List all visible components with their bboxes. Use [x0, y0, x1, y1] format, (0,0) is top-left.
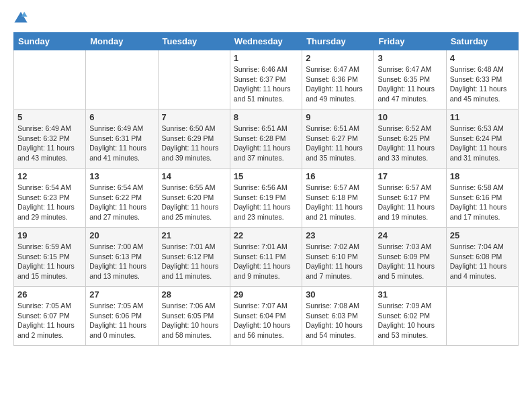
day-info: Sunrise: 7:01 AMSunset: 6:11 PMDaylight:… — [234, 242, 298, 281]
day-number: 3 — [378, 53, 442, 63]
day-info: Sunrise: 6:48 AMSunset: 6:33 PMDaylight:… — [450, 64, 515, 104]
calendar-cell: 8Sunrise: 6:51 AMSunset: 6:28 PMDaylight… — [230, 109, 302, 169]
day-number: 15 — [234, 171, 298, 181]
calendar-cell: 11Sunrise: 6:53 AMSunset: 6:24 PMDayligh… — [446, 109, 518, 169]
day-number: 5 — [17, 112, 82, 122]
week-row-4: 19Sunrise: 6:59 AMSunset: 6:15 PMDayligh… — [14, 228, 519, 287]
day-info: Sunrise: 6:49 AMSunset: 6:31 PMDaylight:… — [89, 124, 154, 163]
day-number: 13 — [89, 171, 154, 181]
day-number: 22 — [234, 230, 298, 240]
day-number: 6 — [89, 112, 154, 122]
day-number: 1 — [234, 53, 298, 63]
day-info: Sunrise: 6:47 AMSunset: 6:35 PMDaylight:… — [378, 64, 442, 104]
calendar-cell: 27Sunrise: 7:05 AMSunset: 6:06 PMDayligh… — [86, 287, 158, 346]
day-number: 30 — [306, 289, 370, 300]
day-number: 14 — [162, 171, 226, 181]
day-info: Sunrise: 6:51 AMSunset: 6:28 PMDaylight:… — [234, 124, 298, 163]
calendar-cell: 3Sunrise: 6:47 AMSunset: 6:35 PMDaylight… — [374, 50, 446, 109]
day-info: Sunrise: 6:46 AMSunset: 6:37 PMDaylight:… — [234, 64, 298, 104]
day-info: Sunrise: 6:49 AMSunset: 6:32 PMDaylight:… — [17, 124, 82, 163]
calendar-cell: 31Sunrise: 7:09 AMSunset: 6:02 PMDayligh… — [374, 287, 446, 346]
day-number: 28 — [162, 289, 226, 300]
day-info: Sunrise: 7:00 AMSunset: 6:13 PMDaylight:… — [89, 242, 154, 281]
day-number: 20 — [89, 230, 154, 240]
weekday-wednesday: Wednesday — [230, 33, 302, 50]
day-number: 12 — [17, 171, 82, 181]
calendar-cell — [14, 50, 86, 109]
calendar-cell — [158, 50, 230, 109]
week-row-2: 5Sunrise: 6:49 AMSunset: 6:32 PMDaylight… — [14, 109, 519, 169]
calendar-cell: 13Sunrise: 6:54 AMSunset: 6:22 PMDayligh… — [86, 169, 158, 228]
day-number: 29 — [234, 289, 298, 300]
day-number: 26 — [17, 289, 82, 300]
day-number: 21 — [162, 230, 226, 240]
calendar: SundayMondayTuesdayWednesdayThursdayFrid… — [13, 32, 519, 346]
calendar-cell: 20Sunrise: 7:00 AMSunset: 6:13 PMDayligh… — [86, 228, 158, 287]
calendar-cell: 2Sunrise: 6:47 AMSunset: 6:36 PMDaylight… — [302, 50, 374, 109]
day-info: Sunrise: 6:47 AMSunset: 6:36 PMDaylight:… — [306, 64, 370, 104]
day-info: Sunrise: 6:58 AMSunset: 6:16 PMDaylight:… — [450, 183, 515, 222]
calendar-cell: 30Sunrise: 7:08 AMSunset: 6:03 PMDayligh… — [302, 287, 374, 346]
weekday-header: SundayMondayTuesdayWednesdayThursdayFrid… — [14, 33, 519, 50]
calendar-cell: 14Sunrise: 6:55 AMSunset: 6:20 PMDayligh… — [158, 169, 230, 228]
day-info: Sunrise: 7:09 AMSunset: 6:02 PMDaylight:… — [378, 301, 442, 340]
day-number: 8 — [234, 112, 298, 122]
day-info: Sunrise: 7:04 AMSunset: 6:08 PMDaylight:… — [450, 242, 515, 281]
calendar-cell: 15Sunrise: 6:56 AMSunset: 6:19 PMDayligh… — [230, 169, 302, 228]
week-row-3: 12Sunrise: 6:54 AMSunset: 6:23 PMDayligh… — [14, 169, 519, 228]
day-number: 7 — [162, 112, 226, 122]
logo — [13, 11, 31, 26]
day-info: Sunrise: 6:54 AMSunset: 6:23 PMDaylight:… — [17, 183, 82, 222]
day-info: Sunrise: 7:08 AMSunset: 6:03 PMDaylight:… — [306, 301, 370, 340]
calendar-cell: 21Sunrise: 7:01 AMSunset: 6:12 PMDayligh… — [158, 228, 230, 287]
weekday-sunday: Sunday — [14, 33, 86, 50]
logo-icon — [13, 11, 28, 26]
weekday-tuesday: Tuesday — [158, 33, 230, 50]
day-info: Sunrise: 7:01 AMSunset: 6:12 PMDaylight:… — [162, 242, 226, 281]
day-number: 2 — [306, 53, 370, 63]
calendar-cell: 28Sunrise: 7:06 AMSunset: 6:05 PMDayligh… — [158, 287, 230, 346]
day-number: 4 — [450, 53, 515, 63]
header — [13, 11, 519, 26]
day-info: Sunrise: 7:02 AMSunset: 6:10 PMDaylight:… — [306, 242, 370, 281]
day-info: Sunrise: 6:57 AMSunset: 6:17 PMDaylight:… — [378, 183, 442, 222]
day-info: Sunrise: 7:05 AMSunset: 6:07 PMDaylight:… — [17, 301, 82, 340]
calendar-cell: 22Sunrise: 7:01 AMSunset: 6:11 PMDayligh… — [230, 228, 302, 287]
day-info: Sunrise: 6:59 AMSunset: 6:15 PMDaylight:… — [17, 242, 82, 281]
day-info: Sunrise: 7:07 AMSunset: 6:04 PMDaylight:… — [234, 301, 298, 340]
day-number: 31 — [378, 289, 442, 300]
calendar-cell: 16Sunrise: 6:57 AMSunset: 6:18 PMDayligh… — [302, 169, 374, 228]
day-info: Sunrise: 7:05 AMSunset: 6:06 PMDaylight:… — [89, 301, 154, 340]
weekday-saturday: Saturday — [446, 33, 518, 50]
day-info: Sunrise: 7:03 AMSunset: 6:09 PMDaylight:… — [378, 242, 442, 281]
day-number: 18 — [450, 171, 515, 181]
calendar-cell: 6Sunrise: 6:49 AMSunset: 6:31 PMDaylight… — [86, 109, 158, 169]
day-info: Sunrise: 6:57 AMSunset: 6:18 PMDaylight:… — [306, 183, 370, 222]
week-row-5: 26Sunrise: 7:05 AMSunset: 6:07 PMDayligh… — [14, 287, 519, 346]
calendar-cell — [446, 287, 518, 346]
day-number: 25 — [450, 230, 515, 240]
calendar-cell: 4Sunrise: 6:48 AMSunset: 6:33 PMDaylight… — [446, 50, 518, 109]
day-info: Sunrise: 6:50 AMSunset: 6:29 PMDaylight:… — [162, 124, 226, 163]
calendar-cell — [86, 50, 158, 109]
weekday-friday: Friday — [374, 33, 446, 50]
calendar-cell: 1Sunrise: 6:46 AMSunset: 6:37 PMDaylight… — [230, 50, 302, 109]
day-info: Sunrise: 6:53 AMSunset: 6:24 PMDaylight:… — [450, 124, 515, 163]
calendar-cell: 19Sunrise: 6:59 AMSunset: 6:15 PMDayligh… — [14, 228, 86, 287]
day-info: Sunrise: 6:51 AMSunset: 6:27 PMDaylight:… — [306, 124, 370, 163]
calendar-cell: 5Sunrise: 6:49 AMSunset: 6:32 PMDaylight… — [14, 109, 86, 169]
day-info: Sunrise: 6:56 AMSunset: 6:19 PMDaylight:… — [234, 183, 298, 222]
calendar-cell: 26Sunrise: 7:05 AMSunset: 6:07 PMDayligh… — [14, 287, 86, 346]
day-number: 23 — [306, 230, 370, 240]
svg-marker-0 — [14, 11, 27, 22]
day-number: 9 — [306, 112, 370, 122]
calendar-cell: 18Sunrise: 6:58 AMSunset: 6:16 PMDayligh… — [446, 169, 518, 228]
calendar-cell: 25Sunrise: 7:04 AMSunset: 6:08 PMDayligh… — [446, 228, 518, 287]
calendar-cell: 23Sunrise: 7:02 AMSunset: 6:10 PMDayligh… — [302, 228, 374, 287]
day-number: 10 — [378, 112, 442, 122]
day-number: 11 — [450, 112, 515, 122]
day-number: 19 — [17, 230, 82, 240]
day-info: Sunrise: 6:52 AMSunset: 6:25 PMDaylight:… — [378, 124, 442, 163]
day-number: 16 — [306, 171, 370, 181]
day-number: 17 — [378, 171, 442, 181]
